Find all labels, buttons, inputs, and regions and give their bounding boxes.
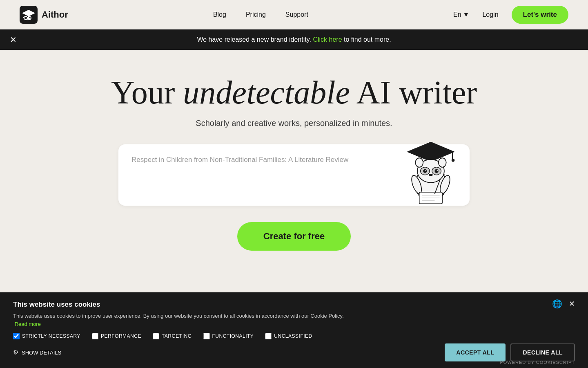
- cookie-close-icon[interactable]: ✕: [569, 299, 575, 308]
- decline-all-button[interactable]: DECLINE ALL: [510, 343, 575, 361]
- svg-point-16: [434, 169, 438, 173]
- cookie-desc-text: This website uses cookies to improve use…: [13, 313, 344, 319]
- functionality-label: Functionality: [212, 333, 254, 339]
- targeting-checkbox[interactable]: [153, 333, 159, 339]
- svg-point-19: [429, 174, 432, 176]
- logo-icon: [20, 6, 38, 24]
- read-more-link[interactable]: Read more: [15, 321, 41, 327]
- unclassified-label: Unclassified: [274, 333, 312, 339]
- cookie-checkbox-unclassified[interactable]: Unclassified: [265, 333, 312, 339]
- functionality-checkbox[interactable]: [203, 333, 210, 339]
- hero-section: Your undetectable AI writer Scholarly an…: [0, 50, 588, 251]
- cookie-bottom: ⚙ SHOW DETAILS ACCEPT ALL DECLINE ALL: [13, 343, 575, 361]
- cookie-description: This website uses cookies to improve use…: [13, 312, 348, 328]
- strictly-necessary-checkbox[interactable]: [13, 333, 20, 339]
- nav-blog[interactable]: Blog: [213, 11, 226, 18]
- language-selector[interactable]: En ▼: [453, 11, 469, 18]
- svg-line-7: [23, 17, 24, 18]
- close-icon[interactable]: ✕: [10, 35, 17, 45]
- svg-point-21: [439, 158, 446, 167]
- powered-by-label: POWERED BY COOKIESCRIPT: [500, 360, 575, 365]
- strictly-necessary-label: Strictly Necessary: [22, 333, 80, 339]
- cookie-top-right: 🌐 ✕: [552, 299, 575, 309]
- svg-point-10: [452, 159, 455, 162]
- performance-label: Performance: [101, 333, 141, 339]
- create-for-free-button[interactable]: Create for free: [237, 222, 351, 251]
- cookie-checkbox-performance[interactable]: Performance: [92, 333, 141, 339]
- chevron-down-icon: ▼: [463, 11, 470, 18]
- performance-checkbox[interactable]: [92, 333, 98, 339]
- gear-icon: ⚙: [13, 349, 18, 356]
- svg-point-18: [437, 170, 438, 171]
- announcement-text-after: to find out more.: [344, 36, 391, 43]
- svg-point-20: [415, 158, 423, 167]
- lets-write-button[interactable]: Let's write: [512, 6, 568, 24]
- cookie-checkbox-targeting[interactable]: Targeting: [153, 333, 192, 339]
- globe-icon[interactable]: 🌐: [552, 299, 562, 309]
- show-details-button[interactable]: ⚙ SHOW DETAILS: [13, 349, 61, 356]
- hero-title: Your undetectable AI writer: [111, 74, 477, 110]
- accept-all-button[interactable]: ACCEPT ALL: [445, 343, 506, 361]
- announcement-link[interactable]: Click here: [313, 36, 342, 43]
- hero-title-part1: Your: [111, 74, 183, 110]
- announcement-text-before: We have released a new brand identity.: [197, 36, 311, 43]
- logo[interactable]: Aithor: [20, 6, 68, 24]
- cookie-title: This website uses cookies: [13, 301, 575, 309]
- svg-rect-9: [452, 152, 453, 159]
- targeting-label: Targeting: [162, 333, 192, 339]
- svg-marker-8: [408, 142, 454, 162]
- nav-support[interactable]: Support: [285, 11, 308, 18]
- login-button[interactable]: Login: [482, 11, 498, 18]
- nav-pricing[interactable]: Pricing: [246, 11, 266, 18]
- cookie-banner: 🌐 ✕ This website uses cookies This websi…: [0, 292, 588, 368]
- announcement-bar: ✕ We have released a new brand identity.…: [0, 29, 588, 50]
- unclassified-checkbox[interactable]: [265, 333, 272, 339]
- logo-text: Aithor: [42, 9, 68, 20]
- nav-right: En ▼ Login Let's write: [453, 6, 568, 24]
- cookie-checkbox-functionality[interactable]: Functionality: [203, 333, 254, 339]
- nav-links: Blog Pricing Support: [213, 11, 308, 18]
- cookie-action-buttons: ACCEPT ALL DECLINE ALL: [445, 343, 575, 361]
- hero-title-italic: undetectable: [183, 74, 350, 110]
- cookie-checkboxes: Strictly Necessary Performance Targeting…: [13, 333, 575, 339]
- search-box[interactable]: Respect in Children from Non-Traditional…: [118, 144, 470, 206]
- svg-point-17: [425, 170, 426, 171]
- cookie-checkbox-strictly-necessary[interactable]: Strictly Necessary: [13, 333, 80, 339]
- hero-subtitle: Scholarly and creative works, personaliz…: [196, 119, 392, 128]
- mascot-illustration: [400, 140, 461, 206]
- show-details-label: SHOW DETAILS: [22, 350, 61, 356]
- navbar: Aithor Blog Pricing Support En ▼ Login L…: [0, 0, 588, 29]
- lang-label: En: [453, 11, 461, 18]
- hero-title-part2: AI writer: [350, 74, 477, 110]
- svg-point-15: [423, 169, 427, 173]
